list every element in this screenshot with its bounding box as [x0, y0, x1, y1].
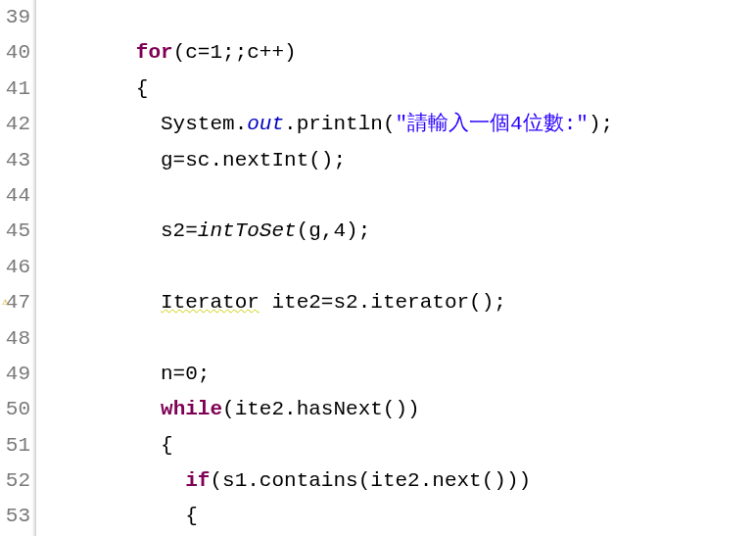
code-token: ite2=s2.iterator();	[260, 291, 506, 314]
code-line[interactable]: {	[37, 499, 756, 534]
code-token	[37, 398, 161, 420]
code-token	[37, 291, 161, 314]
line-number: 48	[0, 321, 36, 357]
code-token: );	[589, 113, 613, 135]
warning-indicator-icon: ⚠	[2, 295, 9, 308]
code-line[interactable]: while(ite2.hasNext())	[37, 392, 756, 427]
code-line[interactable]: System.out.println("請輸入一個4位數:");	[37, 107, 756, 142]
line-number: 49	[0, 357, 36, 392]
code-token: (g,4);	[297, 219, 371, 242]
line-number: 50	[0, 392, 36, 427]
code-line[interactable]	[37, 178, 756, 214]
code-token: if	[185, 469, 210, 492]
code-line[interactable]: n=0;	[37, 357, 756, 392]
line-number: 45	[0, 214, 36, 249]
code-token: (c=1;;c++)	[173, 41, 297, 64]
code-token: for	[136, 41, 173, 64]
line-number: 46	[0, 250, 36, 285]
code-token: out	[247, 113, 284, 135]
code-line[interactable]: for(c=1;;c++)	[37, 35, 756, 71]
code-line[interactable]: if(s1.contains(ite2.next()))	[37, 463, 756, 499]
code-token: {	[37, 77, 148, 100]
code-token: intToSet	[198, 219, 297, 242]
code-token: g=sc.nextInt();	[37, 149, 346, 171]
line-number: 42	[0, 107, 36, 142]
line-number: 44	[0, 178, 36, 214]
code-token: "請輸入一個4位數:"	[395, 113, 588, 135]
code-token: s2=	[37, 219, 198, 242]
line-number: 43	[0, 143, 36, 178]
code-token: {	[37, 505, 198, 527]
line-number: 40	[0, 35, 36, 71]
code-line[interactable]: Iterator ite2=s2.iterator();	[37, 285, 756, 320]
code-line[interactable]	[37, 250, 756, 285]
line-number: 41	[0, 72, 36, 107]
code-token: (ite2.hasNext())	[222, 398, 420, 420]
code-line[interactable]	[37, 321, 756, 357]
line-number: 52	[0, 463, 36, 499]
code-token: Iterator	[161, 291, 260, 314]
code-area[interactable]: for(c=1;;c++) { System.out.println("請輸入一…	[37, 0, 756, 536]
code-editor: 3940414243444546⚠47484950515253 for(c=1;…	[0, 0, 756, 536]
line-number: 39	[0, 0, 36, 35]
code-token: n=0;	[37, 363, 210, 385]
code-token	[37, 469, 185, 492]
code-token: while	[161, 398, 222, 420]
line-number-gutter: 3940414243444546⚠47484950515253	[0, 0, 37, 536]
code-line[interactable]: {	[37, 428, 756, 463]
code-token	[37, 41, 136, 64]
code-token: {	[37, 434, 173, 457]
code-line[interactable]	[37, 0, 756, 35]
code-line[interactable]: s2=intToSet(g,4);	[37, 214, 756, 249]
line-number: 51	[0, 428, 36, 463]
line-number: 53	[0, 499, 36, 534]
code-token: System.	[37, 113, 247, 135]
code-line[interactable]: g=sc.nextInt();	[37, 143, 756, 178]
code-line[interactable]: {	[37, 72, 756, 107]
code-token: (s1.contains(ite2.next()))	[210, 469, 531, 492]
code-token: .println(	[284, 113, 395, 135]
